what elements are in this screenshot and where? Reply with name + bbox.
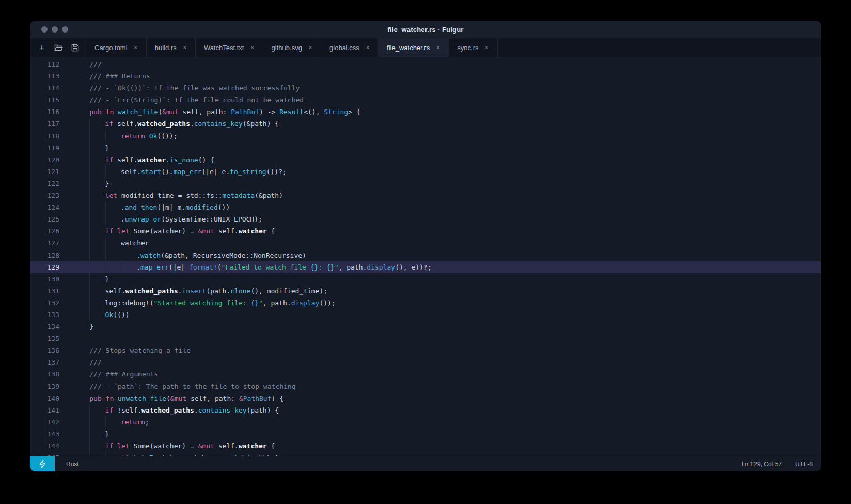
code-line-119[interactable]: 119} <box>30 142 821 154</box>
new-tab-button[interactable]: + <box>35 41 49 54</box>
line-number: 126 <box>36 225 59 237</box>
tab-github.svg[interactable]: github.svg× <box>263 38 321 57</box>
code-line-131[interactable]: 131self.watched_paths.insert(path.clone(… <box>30 285 821 297</box>
code-text: if self.watcher.is_none() { <box>73 154 214 166</box>
code-text: } <box>73 321 93 333</box>
minimize-window-button[interactable] <box>52 26 58 33</box>
tab-label: WatchTest.txt <box>204 44 244 52</box>
open-folder-button[interactable] <box>52 41 65 54</box>
window-title: file_watcher.rs - Fulgur <box>387 26 463 34</box>
code-line-122[interactable]: 122} <box>30 178 821 190</box>
code-text: return; <box>73 416 149 428</box>
traffic-lights <box>41 21 68 38</box>
tab-label: github.svg <box>272 44 302 52</box>
line-number: 128 <box>36 249 59 261</box>
code-line-139[interactable]: 139/// - `path`: The path to the file to… <box>30 381 821 392</box>
tab-file_watcher.rs[interactable]: file_watcher.rs× <box>379 38 449 57</box>
tab-close-icon[interactable]: × <box>436 44 440 51</box>
code-line-136[interactable]: 136/// Stops watching a file <box>30 344 821 356</box>
code-line-134[interactable]: 134} <box>30 321 821 333</box>
zoom-window-button[interactable] <box>62 26 68 33</box>
tab-global.css[interactable]: global.css× <box>321 38 379 57</box>
code-text: if let Err(e) = watcher.unwatch(path) { <box>73 452 278 456</box>
tab-WatchTest.txt[interactable]: WatchTest.txt× <box>196 38 263 57</box>
close-window-button[interactable] <box>41 26 48 33</box>
line-number: 120 <box>36 154 59 166</box>
tab-close-icon[interactable]: × <box>183 44 187 51</box>
save-button[interactable] <box>68 41 82 54</box>
code-line-127[interactable]: 127watcher <box>30 237 821 249</box>
title-bar: file_watcher.rs - Fulgur <box>30 21 821 38</box>
code-line-137[interactable]: 137/// <box>30 356 821 368</box>
code-line-142[interactable]: 142return; <box>30 416 821 428</box>
tab-close-icon[interactable]: × <box>366 44 370 51</box>
line-number: 115 <box>36 94 59 106</box>
line-number: 112 <box>36 58 59 70</box>
line-number: 133 <box>36 309 59 321</box>
code-line-128[interactable]: 128.watch(&path, RecursiveMode::NonRecur… <box>30 249 821 261</box>
tab-label: sync.rs <box>457 44 478 52</box>
code-text: if let Some(watcher) = &mut self.watcher… <box>73 440 275 452</box>
code-line-145[interactable]: 145if let Err(e) = watcher.unwatch(path)… <box>30 452 821 456</box>
code-line-124[interactable]: 124.and_then(|m| m.modified()) <box>30 201 821 213</box>
tab-close-icon[interactable]: × <box>485 44 489 51</box>
code-text: /// Stops watching a file <box>73 344 191 356</box>
code-line-130[interactable]: 130} <box>30 273 821 285</box>
line-number: 144 <box>36 440 59 452</box>
code-line-129[interactable]: 129.map_err(|e| format!("Failed to watch… <box>30 261 821 273</box>
cursor-position-indicator[interactable]: Ln 129, Col 57 <box>742 461 782 468</box>
tab-close-icon[interactable]: × <box>250 44 254 51</box>
code-line-116[interactable]: 116pub fn watch_file(&mut self, path: Pa… <box>30 106 821 118</box>
tab-close-icon[interactable]: × <box>134 44 138 51</box>
code-line-132[interactable]: 132log::debug!("Started watching file: {… <box>30 297 821 309</box>
line-number: 130 <box>36 273 59 285</box>
code-line-121[interactable]: 121self.start().map_err(|e| e.to_string(… <box>30 166 821 178</box>
code-line-118[interactable]: 118return Ok(()); <box>30 130 821 142</box>
code-text: } <box>73 428 109 440</box>
code-text: /// - `Ok(())`: If the file was watched … <box>73 82 300 94</box>
code-line-138[interactable]: 138/// ### Arguments <box>30 368 821 380</box>
status-badge[interactable] <box>30 456 55 471</box>
code-line-114[interactable]: 114/// - `Ok(())`: If the file was watch… <box>30 82 821 94</box>
code-text: pub fn watch_file(&mut self, path: PathB… <box>73 106 360 118</box>
line-number: 132 <box>36 297 59 309</box>
code-line-123[interactable]: 123let modified_time = std::fs::metadata… <box>30 190 821 201</box>
code-line-144[interactable]: 144if let Some(watcher) = &mut self.watc… <box>30 440 821 452</box>
tab-Cargo.toml[interactable]: Cargo.toml× <box>86 38 147 57</box>
code-text: /// <box>73 58 102 70</box>
line-number: 139 <box>36 381 59 392</box>
code-line-125[interactable]: 125.unwrap_or(SystemTime::UNIX_EPOCH); <box>30 213 821 225</box>
tab-label: Cargo.toml <box>94 44 128 52</box>
language-indicator[interactable]: Rust <box>66 461 79 468</box>
tab-close-icon[interactable]: × <box>308 44 312 51</box>
code-line-143[interactable]: 143} <box>30 428 821 440</box>
code-line-140[interactable]: 140pub fn unwatch_file(&mut self, path: … <box>30 392 821 404</box>
code-line-113[interactable]: 113/// ### Returns <box>30 70 821 82</box>
code-line-141[interactable]: 141if !self.watched_paths.contains_key(p… <box>30 404 821 416</box>
line-number: 122 <box>36 178 59 190</box>
tab-sync.rs[interactable]: sync.rs× <box>449 38 497 57</box>
line-number: 143 <box>36 428 59 440</box>
line-number: 145 <box>36 452 59 456</box>
code-text: } <box>73 142 109 154</box>
line-number: 142 <box>36 416 59 428</box>
line-number: 138 <box>36 368 59 380</box>
code-line-112[interactable]: 112/// <box>30 58 821 70</box>
tab-build.rs[interactable]: build.rs× <box>147 38 196 57</box>
code-line-126[interactable]: 126if let Some(watcher) = &mut self.watc… <box>30 225 821 237</box>
line-number: 113 <box>36 70 59 82</box>
line-number: 125 <box>36 213 59 225</box>
line-number: 131 <box>36 285 59 297</box>
code-editor[interactable]: 112///113/// ### Returns114/// - `Ok(())… <box>30 57 821 456</box>
code-line-133[interactable]: 133Ok(()) <box>30 309 821 321</box>
encoding-indicator[interactable]: UTF-8 <box>795 461 813 468</box>
code-line-117[interactable]: 117if self.watched_paths.contains_key(&p… <box>30 118 821 130</box>
code-line-115[interactable]: 115/// - `Err(String)`: If the file coul… <box>30 94 821 106</box>
code-text: /// - `Err(String)`: If the file could n… <box>73 94 304 106</box>
code-text: /// ### Returns <box>73 70 150 82</box>
code-text: if !self.watched_paths.contains_key(path… <box>73 404 279 416</box>
code-line-135[interactable]: 135 <box>30 333 821 344</box>
code-line-120[interactable]: 120if self.watcher.is_none() { <box>30 154 821 166</box>
plus-icon: + <box>39 43 44 53</box>
code-text: let modified_time = std::fs::metadata(&p… <box>73 190 283 201</box>
